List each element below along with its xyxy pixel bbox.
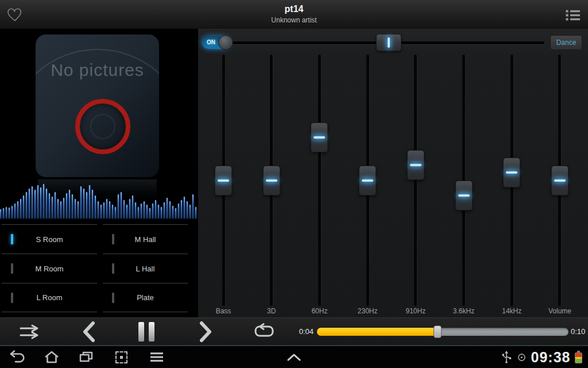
eq-band-label: 14kHz (492, 307, 532, 315)
eq-thumb-230hz[interactable] (359, 166, 376, 195)
eq-thumb-glow (218, 179, 229, 182)
spectrum-bar (149, 208, 150, 218)
screenshot-button[interactable] (109, 346, 134, 368)
spectrum-bar (181, 200, 182, 218)
record-ring (75, 99, 130, 154)
spectrum-bar (138, 207, 139, 218)
menu-button[interactable] (144, 346, 169, 368)
spectrum-bar (89, 185, 90, 218)
preset-button-l-hall[interactable]: L Hall (103, 254, 188, 283)
eq-thumb-14khz[interactable] (503, 158, 520, 187)
left-panel: No pictures S RoomM HallM RoomL HallL Ro… (0, 29, 198, 317)
playlist-icon (566, 9, 581, 21)
eq-track-60hz[interactable] (318, 55, 321, 306)
back-icon (9, 349, 26, 365)
preset-indicator (11, 234, 13, 244)
record-ring-inner (90, 114, 115, 139)
eq-power-knob (218, 35, 233, 50)
spectrum-bar (55, 192, 56, 218)
preset-button-m-hall[interactable]: M Hall (103, 224, 188, 254)
eq-thumb-glow (458, 194, 470, 197)
spectrum-bar (95, 195, 96, 218)
eq-power-toggle[interactable]: ON (202, 36, 230, 49)
spectrum-bar (98, 201, 99, 218)
next-button[interactable] (189, 318, 222, 346)
app-screen: pt14 Unknown artist No pictures S RoomM … (0, 0, 588, 368)
eq-thumb-3-6khz[interactable] (455, 181, 473, 210)
eq-thumb-60hz[interactable] (311, 122, 328, 152)
home-button[interactable] (39, 346, 64, 368)
favorite-button[interactable] (3, 5, 26, 25)
spectrum-bar (78, 201, 79, 218)
status-indicator[interactable] (513, 346, 529, 368)
eq-track-910hz[interactable] (414, 55, 417, 306)
preset-button-m-room[interactable]: M Room (2, 254, 97, 283)
spectrum-bar (6, 207, 7, 218)
eq-thumb-3d[interactable] (263, 166, 280, 195)
spectrum-bar (29, 189, 30, 218)
spectrum-bar (75, 199, 76, 218)
spectrum-bar (26, 192, 27, 218)
preset-label: Plate (137, 293, 154, 302)
playlist-button[interactable] (563, 7, 583, 23)
preset-button-s-room[interactable]: S Room (2, 224, 97, 254)
master-slider-thumb[interactable] (376, 34, 401, 51)
eq-thumb-bass[interactable] (215, 166, 232, 195)
spectrum-bar (57, 199, 59, 218)
preset-button-l-room[interactable]: L Room (2, 283, 97, 312)
spectrum-bar (63, 198, 64, 218)
eq-thumb-glow (410, 164, 421, 166)
spectrum-bar (129, 199, 130, 218)
spectrum-bar (92, 190, 93, 218)
previous-button[interactable] (73, 318, 105, 346)
expand-panel-button[interactable] (281, 346, 307, 368)
preset-button-plate[interactable]: Plate (103, 283, 188, 312)
eq-band-label: 910Hz (396, 307, 436, 315)
spectrum-bar (118, 194, 119, 218)
recents-button[interactable] (74, 346, 99, 368)
spectrum-bar (0, 209, 1, 218)
spectrum-bar (155, 200, 156, 218)
spectrum-bar (66, 193, 67, 218)
spectrum-bar (60, 201, 61, 218)
eq-band-label: Volume (540, 307, 580, 315)
progress-bar[interactable] (317, 328, 568, 336)
pause-button[interactable] (130, 318, 163, 346)
progress-thumb[interactable] (434, 325, 442, 338)
repeat-button[interactable] (248, 318, 280, 346)
eq-thumb-glow (506, 171, 517, 174)
spectrum-bar (46, 189, 47, 218)
heart-icon (6, 7, 24, 23)
spectrum-bar (3, 208, 4, 218)
spectrum-bar (103, 202, 105, 218)
spectrum-bar (141, 204, 142, 218)
spectrum-bar (49, 193, 50, 218)
previous-icon (82, 321, 96, 343)
eq-thumb-910hz[interactable] (407, 150, 424, 180)
master-slider[interactable] (233, 41, 544, 44)
preset-label: M Hall (135, 235, 156, 244)
preset-indicator (112, 234, 114, 244)
spectrum-bar (69, 190, 70, 218)
spectrum-bar (195, 207, 196, 218)
usb-icon (501, 350, 512, 364)
spectrum-bar (86, 192, 87, 218)
preset-indicator (112, 293, 114, 303)
spectrum-bar (175, 208, 176, 218)
spectrum-bar (135, 202, 136, 218)
eq-thumb-volume[interactable] (551, 166, 568, 195)
back-button[interactable] (5, 346, 30, 368)
spectrum-bar (158, 205, 159, 218)
shuffle-icon (18, 324, 41, 340)
shuffle-button[interactable] (14, 318, 46, 346)
equalizer-panel: ON Dance Bass3D60Hz230Hz910Hz3.6kHz14kHz… (198, 29, 588, 317)
eq-thumb-glow (554, 179, 566, 182)
eq-band-label: 230Hz (347, 307, 388, 315)
spectrum-bar (23, 195, 24, 218)
eq-band-label: 3.6kHz (444, 307, 484, 315)
spectrum-bar (192, 194, 194, 218)
spectrum-bar (152, 204, 153, 218)
eq-preset-button[interactable]: Dance (550, 35, 582, 50)
spectrum-bar (123, 200, 125, 218)
track-title: pt14 (179, 3, 409, 16)
